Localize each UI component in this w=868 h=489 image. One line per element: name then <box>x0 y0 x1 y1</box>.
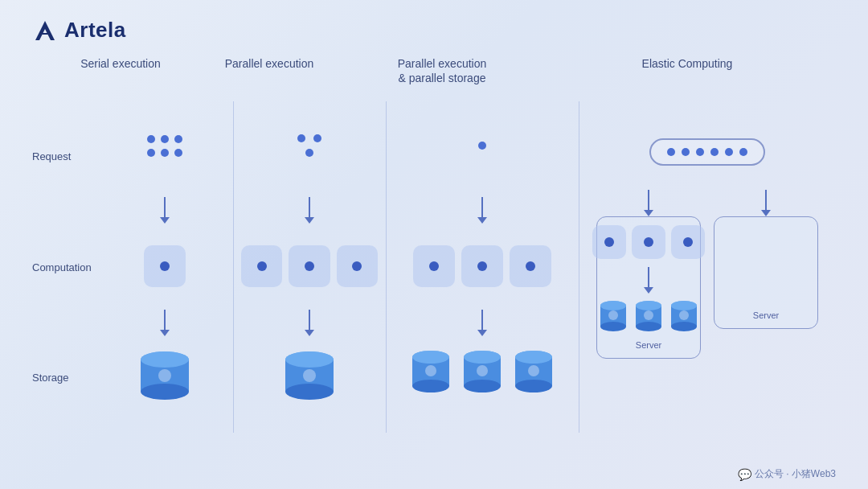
arrow-down-icon <box>160 310 170 336</box>
dot <box>478 142 486 150</box>
compute-box <box>510 245 551 287</box>
svg-point-9 <box>303 369 316 382</box>
logo-area: Artela <box>32 18 126 43</box>
server-label-1: Server <box>636 340 661 350</box>
col-serial <box>96 101 233 465</box>
col-header-elastic: Elastic Computing <box>538 56 836 85</box>
parallel-request <box>241 101 378 190</box>
server-label-2: Server <box>753 310 779 320</box>
svg-point-32 <box>636 322 661 331</box>
diagram-area: Server Server <box>96 101 836 465</box>
compute-dot <box>257 261 267 271</box>
svg-point-17 <box>464 380 501 392</box>
col-header-serial: Serial execution <box>48 56 193 85</box>
arrow-down-icon <box>644 267 653 294</box>
svg-point-27 <box>600 322 626 331</box>
parallel-arrow-2 <box>305 302 314 343</box>
col-header-parallel-storage: Parallel execution & parallel storage <box>346 56 538 85</box>
arrow-down-icon <box>644 190 653 216</box>
compute-box <box>461 245 503 287</box>
dot <box>710 148 719 156</box>
compute-box <box>413 245 455 287</box>
compute-dot <box>644 237 653 247</box>
svg-point-33 <box>636 301 661 310</box>
main-content: Serial execution Parallel execution Para… <box>32 56 836 465</box>
elastic-request-box <box>649 138 765 166</box>
arrow-down-icon <box>305 310 314 336</box>
compute-box <box>144 245 186 287</box>
elastic-arrow-server2: Server <box>714 190 818 329</box>
ps-computation <box>394 230 571 302</box>
cylinder-icon <box>460 347 505 400</box>
elastic-server-box-1: Server <box>596 216 701 359</box>
compute-box <box>241 245 282 287</box>
compute-box <box>632 225 665 259</box>
svg-point-13 <box>412 351 449 364</box>
parallel-storage <box>241 343 378 423</box>
serial-storage <box>104 343 225 423</box>
watermark: 💬 公众号 · 小猪Web3 <box>738 467 836 481</box>
compute-dot <box>305 261 314 271</box>
cylinder-icon <box>511 347 556 400</box>
dot <box>305 149 313 157</box>
compute-dot <box>429 261 439 271</box>
parallel-arrow-1 <box>305 190 314 230</box>
arrow-down-icon <box>761 190 771 216</box>
col-header-parallel: Parallel execution <box>193 56 346 85</box>
row-label-storage: Storage <box>32 372 96 384</box>
column-headers: Serial execution Parallel execution Para… <box>32 56 836 85</box>
dot <box>725 148 733 156</box>
elastic-server-box-2: Server <box>714 216 818 329</box>
serial-computation <box>104 230 225 302</box>
cylinder-icon <box>280 347 338 405</box>
svg-point-12 <box>412 380 449 392</box>
elastic-server1-computation <box>592 225 705 259</box>
cylinder-icon <box>633 298 664 335</box>
svg-point-7 <box>285 384 334 400</box>
col-parallel-storage <box>386 101 579 465</box>
dot <box>161 135 169 143</box>
dot <box>739 148 747 156</box>
dot <box>297 134 305 142</box>
compute-dot <box>683 237 693 247</box>
dot <box>161 149 169 157</box>
svg-point-18 <box>464 351 501 364</box>
svg-point-3 <box>141 351 189 368</box>
parallel-computation <box>241 230 378 302</box>
serial-arrow-1 <box>160 190 170 230</box>
svg-point-39 <box>679 310 689 320</box>
svg-point-14 <box>425 365 436 376</box>
logo-text: Artela <box>64 18 126 43</box>
svg-point-37 <box>671 322 697 331</box>
compute-dot <box>352 261 362 271</box>
serial-request-dots <box>147 135 182 157</box>
svg-point-22 <box>515 380 552 392</box>
svg-point-8 <box>285 351 334 368</box>
elastic-arrows-row: Server Server <box>585 190 829 359</box>
svg-point-4 <box>158 369 171 382</box>
svg-point-24 <box>528 365 539 376</box>
col-parallel <box>233 101 386 465</box>
serial-arrow-2 <box>160 302 170 343</box>
ps-arrow-1 <box>477 190 487 230</box>
ps-storage <box>394 343 571 423</box>
compute-dot <box>477 261 487 271</box>
compute-box <box>337 245 378 287</box>
arrow-down-icon <box>160 197 170 224</box>
col-elastic: Server Server <box>579 101 836 465</box>
svg-point-19 <box>477 365 488 376</box>
compute-dot <box>526 261 535 271</box>
dot <box>682 148 690 156</box>
svg-point-23 <box>515 351 552 364</box>
arrow-down-icon <box>477 197 487 224</box>
svg-point-29 <box>608 310 618 320</box>
watermark-text: 公众号 · 小猪Web3 <box>755 467 836 481</box>
compute-box <box>592 225 626 259</box>
compute-box <box>289 245 330 287</box>
row-label-request: Request <box>32 150 96 162</box>
elastic-arrow-server1: Server <box>596 190 701 359</box>
cylinder-icon <box>408 347 453 400</box>
compute-dot <box>160 261 170 271</box>
arrow-down-icon <box>477 310 487 336</box>
dot <box>147 149 155 157</box>
